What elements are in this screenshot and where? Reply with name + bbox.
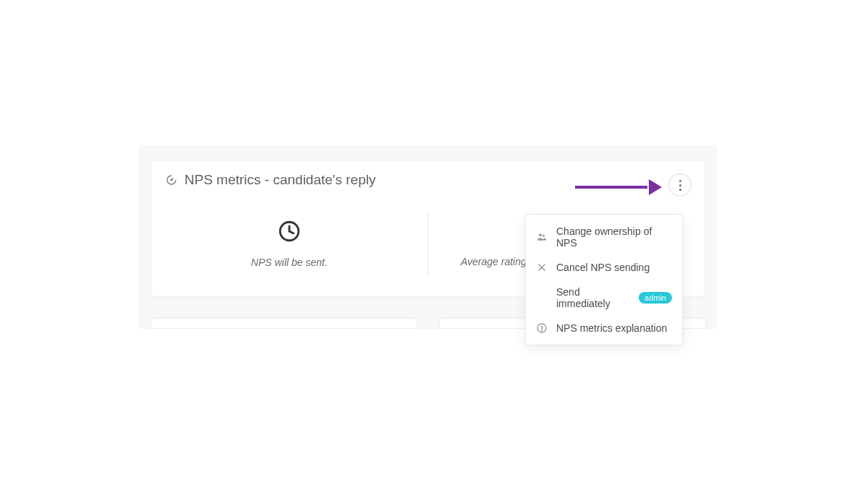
menu-item-label: Send immediately (556, 286, 627, 309)
menu-item-change-ownership[interactable]: Change ownership of NPS (526, 219, 682, 255)
clock-icon (277, 219, 302, 244)
svg-point-10 (541, 330, 542, 331)
svg-line-1 (171, 178, 174, 180)
help-icon (536, 322, 548, 334)
status-text: NPS will be sent. (251, 257, 328, 268)
svg-line-4 (289, 231, 294, 233)
more-options-button[interactable] (668, 173, 692, 197)
svg-point-5 (539, 233, 542, 236)
people-icon (536, 231, 548, 243)
menu-item-label: Cancel NPS sending (556, 262, 650, 273)
gauge-icon (166, 174, 177, 186)
kebab-icon (679, 180, 681, 191)
menu-item-send-immediately[interactable]: Send immediately admin (526, 280, 682, 316)
card-title: NPS metrics - candidate's reply (184, 172, 375, 188)
admin-badge: admin (639, 292, 672, 304)
status-column: NPS will be sent. (151, 211, 428, 276)
svg-point-6 (542, 234, 545, 236)
annotation-arrow (575, 179, 662, 194)
menu-item-label: Change ownership of NPS (556, 225, 672, 249)
placeholder-card (150, 318, 417, 329)
menu-item-cancel-sending[interactable]: Cancel NPS sending (526, 255, 682, 280)
menu-item-explanation[interactable]: NPS metrics explanation (526, 316, 682, 340)
more-options-menu: Change ownership of NPS Cancel NPS sendi… (525, 214, 683, 345)
menu-item-label: NPS metrics explanation (556, 322, 667, 334)
close-icon (536, 262, 548, 273)
content-area: NPS metrics - candidate's reply NPS will… (139, 145, 717, 329)
